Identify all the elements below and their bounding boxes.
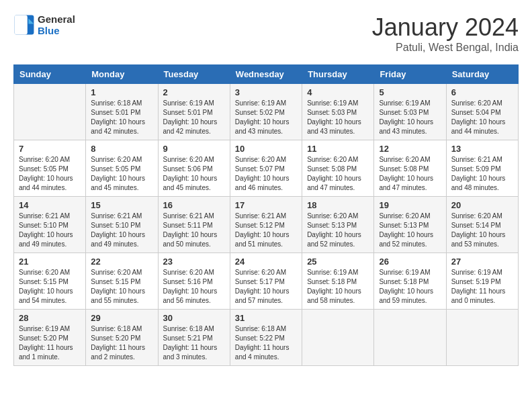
- logo-icon: [13, 14, 35, 36]
- calendar-cell: 21Sunrise: 6:20 AM Sunset: 5:15 PM Dayli…: [14, 253, 86, 310]
- day-number: 23: [163, 257, 225, 267]
- day-number: 25: [307, 257, 369, 267]
- day-number: 17: [235, 200, 297, 210]
- day-info: Sunrise: 6:18 AM Sunset: 5:20 PM Dayligh…: [91, 324, 152, 362]
- calendar-cell: 27Sunrise: 6:19 AM Sunset: 5:19 PM Dayli…: [446, 253, 518, 310]
- day-number: 22: [91, 257, 152, 267]
- calendar-cell: 31Sunrise: 6:18 AM Sunset: 5:22 PM Dayli…: [230, 310, 302, 366]
- calendar-cell: 7Sunrise: 6:20 AM Sunset: 5:05 PM Daylig…: [14, 140, 86, 197]
- weekday-wednesday: Wednesday: [230, 65, 302, 84]
- day-number: 16: [163, 200, 225, 210]
- day-number: 2: [163, 87, 225, 97]
- logo-text: General Blue: [38, 13, 75, 36]
- day-number: 21: [19, 257, 81, 267]
- day-number: 18: [307, 200, 369, 210]
- day-info: Sunrise: 6:19 AM Sunset: 5:03 PM Dayligh…: [379, 99, 441, 136]
- calendar-cell: 6Sunrise: 6:20 AM Sunset: 5:04 PM Daylig…: [446, 84, 518, 140]
- calendar-cell: 12Sunrise: 6:20 AM Sunset: 5:08 PM Dayli…: [374, 140, 446, 197]
- day-info: Sunrise: 6:20 AM Sunset: 5:15 PM Dayligh…: [91, 268, 152, 306]
- day-number: 20: [451, 200, 513, 210]
- day-number: 29: [91, 313, 152, 323]
- day-info: Sunrise: 6:20 AM Sunset: 5:13 PM Dayligh…: [307, 212, 369, 249]
- day-info: Sunrise: 6:20 AM Sunset: 5:04 PM Dayligh…: [451, 99, 513, 136]
- day-number: 11: [307, 144, 369, 154]
- calendar-cell: 14Sunrise: 6:21 AM Sunset: 5:10 PM Dayli…: [14, 197, 86, 253]
- week-row-1: 1Sunrise: 6:18 AM Sunset: 5:01 PM Daylig…: [14, 84, 519, 140]
- day-number: 9: [163, 144, 225, 154]
- day-number: 31: [235, 313, 297, 323]
- day-info: Sunrise: 6:19 AM Sunset: 5:19 PM Dayligh…: [451, 268, 513, 306]
- calendar-cell: 24Sunrise: 6:20 AM Sunset: 5:17 PM Dayli…: [230, 253, 302, 310]
- calendar-body: 1Sunrise: 6:18 AM Sunset: 5:01 PM Daylig…: [14, 84, 519, 366]
- svg-rect-2: [15, 15, 28, 35]
- weekday-friday: Friday: [374, 65, 446, 84]
- weekday-header-row: SundayMondayTuesdayWednesdayThursdayFrid…: [14, 65, 519, 84]
- title-block: January 2024 Patuli, West Bengal, India: [372, 13, 519, 54]
- day-info: Sunrise: 6:19 AM Sunset: 5:01 PM Dayligh…: [163, 99, 225, 136]
- calendar-cell: 9Sunrise: 6:20 AM Sunset: 5:06 PM Daylig…: [158, 140, 230, 197]
- day-number: 8: [91, 144, 152, 154]
- day-info: Sunrise: 6:20 AM Sunset: 5:05 PM Dayligh…: [19, 155, 81, 193]
- day-number: 14: [19, 200, 81, 210]
- week-row-2: 7Sunrise: 6:20 AM Sunset: 5:05 PM Daylig…: [14, 140, 519, 197]
- calendar-cell: [374, 310, 446, 366]
- day-info: Sunrise: 6:21 AM Sunset: 5:09 PM Dayligh…: [451, 155, 513, 193]
- calendar-cell: 30Sunrise: 6:18 AM Sunset: 5:21 PM Dayli…: [158, 310, 230, 366]
- weekday-sunday: Sunday: [14, 65, 86, 84]
- day-info: Sunrise: 6:19 AM Sunset: 5:03 PM Dayligh…: [307, 99, 369, 136]
- calendar-cell: 16Sunrise: 6:21 AM Sunset: 5:11 PM Dayli…: [158, 197, 230, 253]
- day-info: Sunrise: 6:18 AM Sunset: 5:21 PM Dayligh…: [163, 324, 225, 362]
- day-number: 30: [163, 313, 225, 323]
- calendar-cell: 20Sunrise: 6:20 AM Sunset: 5:14 PM Dayli…: [446, 197, 518, 253]
- day-info: Sunrise: 6:21 AM Sunset: 5:10 PM Dayligh…: [19, 212, 81, 249]
- calendar-cell: 5Sunrise: 6:19 AM Sunset: 5:03 PM Daylig…: [374, 84, 446, 140]
- day-info: Sunrise: 6:21 AM Sunset: 5:12 PM Dayligh…: [235, 212, 297, 249]
- week-row-5: 28Sunrise: 6:19 AM Sunset: 5:20 PM Dayli…: [14, 310, 519, 366]
- calendar-cell: [14, 84, 86, 140]
- calendar-cell: 13Sunrise: 6:21 AM Sunset: 5:09 PM Dayli…: [446, 140, 518, 197]
- day-info: Sunrise: 6:20 AM Sunset: 5:16 PM Dayligh…: [163, 268, 225, 306]
- calendar-cell: 10Sunrise: 6:20 AM Sunset: 5:07 PM Dayli…: [230, 140, 302, 197]
- calendar-cell: 8Sunrise: 6:20 AM Sunset: 5:05 PM Daylig…: [86, 140, 158, 197]
- day-info: Sunrise: 6:18 AM Sunset: 5:22 PM Dayligh…: [235, 324, 297, 362]
- day-info: Sunrise: 6:20 AM Sunset: 5:13 PM Dayligh…: [379, 212, 441, 249]
- day-info: Sunrise: 6:20 AM Sunset: 5:08 PM Dayligh…: [379, 155, 441, 193]
- day-info: Sunrise: 6:18 AM Sunset: 5:01 PM Dayligh…: [91, 99, 152, 136]
- calendar-cell: 18Sunrise: 6:20 AM Sunset: 5:13 PM Dayli…: [302, 197, 374, 253]
- day-info: Sunrise: 6:20 AM Sunset: 5:14 PM Dayligh…: [451, 212, 513, 249]
- day-info: Sunrise: 6:20 AM Sunset: 5:05 PM Dayligh…: [91, 155, 152, 193]
- day-number: 6: [451, 87, 513, 97]
- day-info: Sunrise: 6:20 AM Sunset: 5:15 PM Dayligh…: [19, 268, 81, 306]
- page-header: General Blue January 2024 Patuli, West B…: [13, 13, 519, 54]
- calendar-cell: 28Sunrise: 6:19 AM Sunset: 5:20 PM Dayli…: [14, 310, 86, 366]
- day-number: 24: [235, 257, 297, 267]
- weekday-tuesday: Tuesday: [158, 65, 230, 84]
- day-number: 13: [451, 144, 513, 154]
- day-info: Sunrise: 6:19 AM Sunset: 5:20 PM Dayligh…: [19, 324, 81, 362]
- week-row-4: 21Sunrise: 6:20 AM Sunset: 5:15 PM Dayli…: [14, 253, 519, 310]
- day-info: Sunrise: 6:20 AM Sunset: 5:07 PM Dayligh…: [235, 155, 297, 193]
- calendar-cell: 17Sunrise: 6:21 AM Sunset: 5:12 PM Dayli…: [230, 197, 302, 253]
- day-number: 5: [379, 87, 441, 97]
- day-number: 1: [91, 87, 152, 97]
- calendar-cell: 3Sunrise: 6:19 AM Sunset: 5:02 PM Daylig…: [230, 84, 302, 140]
- day-info: Sunrise: 6:19 AM Sunset: 5:02 PM Dayligh…: [235, 99, 297, 136]
- day-number: 19: [379, 200, 441, 210]
- weekday-monday: Monday: [86, 65, 158, 84]
- day-info: Sunrise: 6:20 AM Sunset: 5:08 PM Dayligh…: [307, 155, 369, 193]
- calendar-cell: [446, 310, 518, 366]
- day-info: Sunrise: 6:21 AM Sunset: 5:10 PM Dayligh…: [91, 212, 152, 249]
- calendar-table: SundayMondayTuesdayWednesdayThursdayFrid…: [13, 64, 519, 366]
- calendar-cell: 29Sunrise: 6:18 AM Sunset: 5:20 PM Dayli…: [86, 310, 158, 366]
- day-info: Sunrise: 6:21 AM Sunset: 5:11 PM Dayligh…: [163, 212, 225, 249]
- weekday-saturday: Saturday: [446, 65, 518, 84]
- week-row-3: 14Sunrise: 6:21 AM Sunset: 5:10 PM Dayli…: [14, 197, 519, 253]
- calendar-cell: 19Sunrise: 6:20 AM Sunset: 5:13 PM Dayli…: [374, 197, 446, 253]
- month-title: January 2024: [372, 13, 519, 42]
- calendar-cell: 2Sunrise: 6:19 AM Sunset: 5:01 PM Daylig…: [158, 84, 230, 140]
- day-number: 10: [235, 144, 297, 154]
- day-info: Sunrise: 6:20 AM Sunset: 5:17 PM Dayligh…: [235, 268, 297, 306]
- day-info: Sunrise: 6:19 AM Sunset: 5:18 PM Dayligh…: [307, 268, 369, 306]
- calendar-cell: 11Sunrise: 6:20 AM Sunset: 5:08 PM Dayli…: [302, 140, 374, 197]
- calendar-cell: 4Sunrise: 6:19 AM Sunset: 5:03 PM Daylig…: [302, 84, 374, 140]
